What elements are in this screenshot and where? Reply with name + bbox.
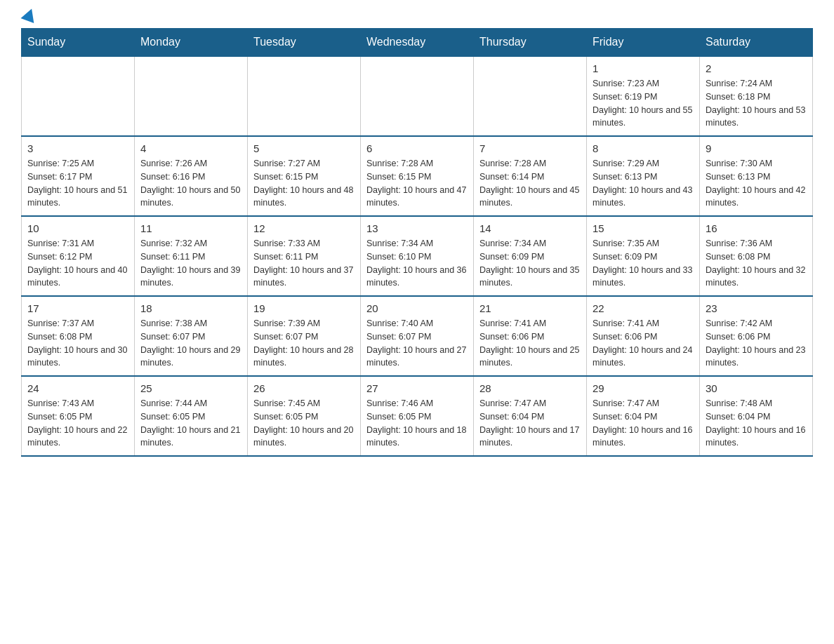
day-number: 12 xyxy=(253,222,355,234)
calendar-cell xyxy=(361,56,474,136)
day-info: Sunrise: 7:47 AMSunset: 6:04 PMDaylight:… xyxy=(593,397,694,450)
calendar-cell: 15Sunrise: 7:35 AMSunset: 6:09 PMDayligh… xyxy=(587,216,700,296)
day-number: 26 xyxy=(253,382,355,394)
calendar-cell: 29Sunrise: 7:47 AMSunset: 6:04 PMDayligh… xyxy=(587,376,700,456)
day-number: 13 xyxy=(366,222,468,234)
calendar-cell: 20Sunrise: 7:40 AMSunset: 6:07 PMDayligh… xyxy=(361,296,474,376)
calendar-cell: 2Sunrise: 7:24 AMSunset: 6:18 PMDaylight… xyxy=(700,56,813,136)
day-number: 8 xyxy=(593,142,694,154)
day-info: Sunrise: 7:38 AMSunset: 6:07 PMDaylight:… xyxy=(140,317,241,370)
day-info: Sunrise: 7:32 AMSunset: 6:11 PMDaylight:… xyxy=(140,237,241,290)
calendar-header-monday: Monday xyxy=(135,29,248,57)
day-number: 11 xyxy=(140,222,241,234)
day-number: 9 xyxy=(706,142,807,154)
day-number: 22 xyxy=(593,302,694,314)
day-number: 3 xyxy=(27,142,128,154)
calendar-header-tuesday: Tuesday xyxy=(248,29,361,57)
calendar-cell xyxy=(474,56,587,136)
day-info: Sunrise: 7:42 AMSunset: 6:06 PMDaylight:… xyxy=(706,317,807,370)
day-info: Sunrise: 7:27 AMSunset: 6:15 PMDaylight:… xyxy=(253,157,355,210)
day-number: 23 xyxy=(706,302,807,314)
day-info: Sunrise: 7:43 AMSunset: 6:05 PMDaylight:… xyxy=(27,397,128,450)
day-number: 30 xyxy=(706,382,807,394)
day-number: 6 xyxy=(366,142,468,154)
calendar-cell: 28Sunrise: 7:47 AMSunset: 6:04 PMDayligh… xyxy=(474,376,587,456)
logo xyxy=(21,14,37,21)
calendar-header-friday: Friday xyxy=(587,29,700,57)
calendar-cell: 22Sunrise: 7:41 AMSunset: 6:06 PMDayligh… xyxy=(587,296,700,376)
calendar-cell: 5Sunrise: 7:27 AMSunset: 6:15 PMDaylight… xyxy=(248,136,361,216)
calendar-week-row: 10Sunrise: 7:31 AMSunset: 6:12 PMDayligh… xyxy=(22,216,813,296)
calendar-cell: 10Sunrise: 7:31 AMSunset: 6:12 PMDayligh… xyxy=(22,216,135,296)
calendar-cell: 16Sunrise: 7:36 AMSunset: 6:08 PMDayligh… xyxy=(700,216,813,296)
day-info: Sunrise: 7:33 AMSunset: 6:11 PMDaylight:… xyxy=(253,237,355,290)
day-number: 1 xyxy=(593,62,694,74)
day-info: Sunrise: 7:36 AMSunset: 6:08 PMDaylight:… xyxy=(706,237,807,290)
day-number: 5 xyxy=(253,142,355,154)
calendar-header-saturday: Saturday xyxy=(700,29,813,57)
day-info: Sunrise: 7:23 AMSunset: 6:19 PMDaylight:… xyxy=(593,77,694,130)
day-info: Sunrise: 7:41 AMSunset: 6:06 PMDaylight:… xyxy=(593,317,694,370)
calendar-cell xyxy=(22,56,135,136)
day-number: 14 xyxy=(479,222,581,234)
day-info: Sunrise: 7:24 AMSunset: 6:18 PMDaylight:… xyxy=(706,77,807,130)
calendar-week-row: 3Sunrise: 7:25 AMSunset: 6:17 PMDaylight… xyxy=(22,136,813,216)
calendar-week-row: 17Sunrise: 7:37 AMSunset: 6:08 PMDayligh… xyxy=(22,296,813,376)
calendar-cell: 27Sunrise: 7:46 AMSunset: 6:05 PMDayligh… xyxy=(361,376,474,456)
day-info: Sunrise: 7:26 AMSunset: 6:16 PMDaylight:… xyxy=(140,157,241,210)
calendar-header-thursday: Thursday xyxy=(474,29,587,57)
page-header xyxy=(21,14,813,21)
day-number: 27 xyxy=(366,382,468,394)
calendar-week-row: 1Sunrise: 7:23 AMSunset: 6:19 PMDaylight… xyxy=(22,56,813,136)
day-number: 18 xyxy=(140,302,241,314)
day-number: 20 xyxy=(366,302,468,314)
day-info: Sunrise: 7:31 AMSunset: 6:12 PMDaylight:… xyxy=(27,237,128,290)
calendar-cell: 17Sunrise: 7:37 AMSunset: 6:08 PMDayligh… xyxy=(22,296,135,376)
day-number: 19 xyxy=(253,302,355,314)
calendar-cell: 4Sunrise: 7:26 AMSunset: 6:16 PMDaylight… xyxy=(135,136,248,216)
calendar-cell xyxy=(135,56,248,136)
logo-triangle-icon xyxy=(21,6,39,23)
calendar-cell: 19Sunrise: 7:39 AMSunset: 6:07 PMDayligh… xyxy=(248,296,361,376)
day-info: Sunrise: 7:25 AMSunset: 6:17 PMDaylight:… xyxy=(27,157,128,210)
calendar-cell: 12Sunrise: 7:33 AMSunset: 6:11 PMDayligh… xyxy=(248,216,361,296)
day-info: Sunrise: 7:45 AMSunset: 6:05 PMDaylight:… xyxy=(253,397,355,450)
day-info: Sunrise: 7:40 AMSunset: 6:07 PMDaylight:… xyxy=(366,317,468,370)
calendar-week-row: 24Sunrise: 7:43 AMSunset: 6:05 PMDayligh… xyxy=(22,376,813,456)
calendar-cell: 13Sunrise: 7:34 AMSunset: 6:10 PMDayligh… xyxy=(361,216,474,296)
day-info: Sunrise: 7:28 AMSunset: 6:15 PMDaylight:… xyxy=(366,157,468,210)
day-info: Sunrise: 7:39 AMSunset: 6:07 PMDaylight:… xyxy=(253,317,355,370)
day-number: 29 xyxy=(593,382,694,394)
calendar-cell: 6Sunrise: 7:28 AMSunset: 6:15 PMDaylight… xyxy=(361,136,474,216)
calendar-cell: 14Sunrise: 7:34 AMSunset: 6:09 PMDayligh… xyxy=(474,216,587,296)
calendar-cell: 18Sunrise: 7:38 AMSunset: 6:07 PMDayligh… xyxy=(135,296,248,376)
calendar-cell xyxy=(248,56,361,136)
day-info: Sunrise: 7:29 AMSunset: 6:13 PMDaylight:… xyxy=(593,157,694,210)
calendar-cell: 25Sunrise: 7:44 AMSunset: 6:05 PMDayligh… xyxy=(135,376,248,456)
calendar-cell: 23Sunrise: 7:42 AMSunset: 6:06 PMDayligh… xyxy=(700,296,813,376)
day-number: 7 xyxy=(479,142,581,154)
calendar-header-row: SundayMondayTuesdayWednesdayThursdayFrid… xyxy=(22,29,813,57)
day-number: 21 xyxy=(479,302,581,314)
calendar-cell: 26Sunrise: 7:45 AMSunset: 6:05 PMDayligh… xyxy=(248,376,361,456)
day-number: 24 xyxy=(27,382,128,394)
day-number: 16 xyxy=(706,222,807,234)
day-info: Sunrise: 7:44 AMSunset: 6:05 PMDaylight:… xyxy=(140,397,241,450)
day-info: Sunrise: 7:34 AMSunset: 6:10 PMDaylight:… xyxy=(366,237,468,290)
day-info: Sunrise: 7:28 AMSunset: 6:14 PMDaylight:… xyxy=(479,157,581,210)
day-info: Sunrise: 7:35 AMSunset: 6:09 PMDaylight:… xyxy=(593,237,694,290)
day-info: Sunrise: 7:46 AMSunset: 6:05 PMDaylight:… xyxy=(366,397,468,450)
day-number: 25 xyxy=(140,382,241,394)
calendar-header-wednesday: Wednesday xyxy=(361,29,474,57)
calendar-cell: 11Sunrise: 7:32 AMSunset: 6:11 PMDayligh… xyxy=(135,216,248,296)
calendar-cell: 1Sunrise: 7:23 AMSunset: 6:19 PMDaylight… xyxy=(587,56,700,136)
calendar-cell: 8Sunrise: 7:29 AMSunset: 6:13 PMDaylight… xyxy=(587,136,700,216)
calendar-cell: 24Sunrise: 7:43 AMSunset: 6:05 PMDayligh… xyxy=(22,376,135,456)
calendar-cell: 9Sunrise: 7:30 AMSunset: 6:13 PMDaylight… xyxy=(700,136,813,216)
calendar-cell: 7Sunrise: 7:28 AMSunset: 6:14 PMDaylight… xyxy=(474,136,587,216)
day-number: 4 xyxy=(140,142,241,154)
day-info: Sunrise: 7:47 AMSunset: 6:04 PMDaylight:… xyxy=(479,397,581,450)
calendar-cell: 21Sunrise: 7:41 AMSunset: 6:06 PMDayligh… xyxy=(474,296,587,376)
day-info: Sunrise: 7:37 AMSunset: 6:08 PMDaylight:… xyxy=(27,317,128,370)
calendar-cell: 30Sunrise: 7:48 AMSunset: 6:04 PMDayligh… xyxy=(700,376,813,456)
